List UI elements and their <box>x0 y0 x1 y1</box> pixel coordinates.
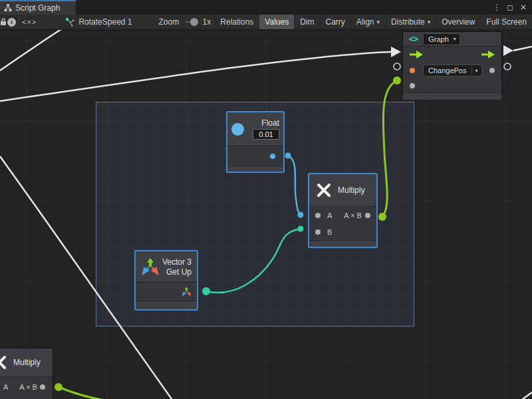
graph-unit-node[interactable]: <> Graph ▾ ChangePos ▾ <box>402 31 502 95</box>
float-node-footer <box>227 166 283 172</box>
vector3-output-port[interactable] <box>182 287 192 297</box>
flow-arrowhead-in <box>391 47 401 57</box>
chevron-down-icon: ▾ <box>471 66 481 75</box>
flow-output-port[interactable] <box>481 51 495 59</box>
graph-reference-breadcrumb[interactable]: RotateSpeed 1 <box>60 15 137 29</box>
multiply2-node[interactable]: Multiply A A × B <box>0 348 53 399</box>
multiply-output-port[interactable] <box>365 213 370 218</box>
values-label: Values <box>265 17 289 27</box>
distribute-label: Distribute <box>391 17 425 27</box>
code-view-button[interactable]: <×> <box>17 15 43 29</box>
graph-reference-label: RotateSpeed 1 <box>78 17 132 27</box>
multiply-input-b-label: B <box>327 228 332 236</box>
lock-button[interactable] <box>0 15 7 29</box>
zoom-slider[interactable] <box>186 21 194 23</box>
float-node-title: Float <box>261 118 279 128</box>
code-icon: <×> <box>22 18 37 26</box>
align-dropdown[interactable]: Align▾ <box>351 15 386 29</box>
relations-button[interactable]: Relations <box>215 15 259 29</box>
window-controls: ⋮ ◻ ✕ <box>492 0 532 15</box>
float-icon <box>231 123 244 136</box>
hollow-port-right[interactable] <box>504 63 511 70</box>
result-wire-bottom[interactable] <box>59 387 105 399</box>
multiply2-output-label: A × B <box>19 383 37 391</box>
flow-arrowhead-out <box>503 45 513 56</box>
maximize-icon[interactable]: ◻ <box>505 3 515 12</box>
fullscreen-button[interactable]: Full Screen <box>481 15 532 29</box>
multiply-input-b-port[interactable] <box>315 229 321 235</box>
overview-label: Overview <box>442 17 475 27</box>
vector3-node-subtitle: Get Up <box>166 267 192 277</box>
float-value-input[interactable]: 0.01 <box>253 129 279 140</box>
graph-output-port[interactable] <box>489 68 495 73</box>
graph-toolbar: i <×> RotateSpeed 1 Zoom 1x Relations Va… <box>0 15 532 30</box>
fullscreen-label: Full Screen <box>486 17 527 27</box>
multiply-icon <box>316 182 332 198</box>
tab-script-graph[interactable]: Script Graph <box>0 0 76 15</box>
distribute-dropdown[interactable]: Distribute▾ <box>386 15 436 29</box>
zoom-label: Zoom <box>154 15 185 29</box>
flow-wire-topleft[interactable] <box>0 30 61 70</box>
multiply-input-a-label: A <box>327 211 332 219</box>
graph-title-dropdown[interactable]: Graph ▾ <box>423 33 460 45</box>
unity-script-graph-window: Script Graph ⋮ ◻ ✕ i <×> <box>0 0 532 399</box>
lock-icon <box>0 18 7 26</box>
tab-title: Script Graph <box>15 3 60 13</box>
float-output-port[interactable] <box>270 154 275 159</box>
chevron-down-icon: ▾ <box>377 19 380 25</box>
graph-extra-port[interactable] <box>410 83 415 88</box>
flow-wire-right[interactable] <box>513 47 532 51</box>
values-button[interactable]: Values <box>259 15 295 29</box>
result-wire-end-dot <box>393 76 401 84</box>
float-node[interactable]: Float 0.01 <box>226 111 285 173</box>
graph-node-footer <box>403 92 501 100</box>
chevron-down-icon: ▾ <box>428 19 431 25</box>
flow-wire-left[interactable] <box>0 52 391 101</box>
hollow-port-left[interactable] <box>394 63 400 70</box>
changepos-input-port[interactable] <box>410 68 415 73</box>
vector3-node-footer <box>136 301 197 309</box>
result-wire-bottom-dot <box>55 383 63 391</box>
vector3-getup-node[interactable]: Vector 3 Get Up <box>134 250 198 311</box>
graph-node-icon <box>65 17 74 27</box>
multiply-node[interactable]: Multiply A A × B B <box>308 173 378 248</box>
flow-wire-corner[interactable] <box>523 392 532 399</box>
multiply-input-a-port[interactable] <box>315 213 321 218</box>
changepos-dropdown[interactable]: ChangePos ▾ <box>423 65 482 76</box>
changepos-value: ChangePos <box>424 65 471 76</box>
close-icon[interactable]: ✕ <box>519 3 528 12</box>
graph-canvas[interactable]: Float 0.01 Multiply A A × B <box>0 30 532 399</box>
info-icon: i <box>7 18 16 27</box>
graph-brackets-icon: <> <box>409 34 418 44</box>
multiply-icon <box>0 354 7 370</box>
align-label: Align <box>356 17 374 27</box>
carry-button[interactable]: Carry <box>321 15 351 29</box>
hierarchy-icon <box>4 4 12 12</box>
multiply2-output-port[interactable] <box>40 384 45 390</box>
graph-title: Graph <box>424 34 454 45</box>
multiply2-input-a-label: A <box>3 383 8 391</box>
dim-label: Dim <box>300 17 314 27</box>
flow-input-port[interactable] <box>410 51 423 59</box>
multiply-node-footer <box>309 240 376 247</box>
carry-label: Carry <box>326 17 345 27</box>
dim-button[interactable]: Dim <box>295 15 320 29</box>
info-button[interactable]: i <box>7 15 17 29</box>
multiply2-node-title: Multiply <box>13 358 41 367</box>
window-menu-icon[interactable]: ⋮ <box>492 3 501 12</box>
multiply-node-title: Multiply <box>338 186 365 195</box>
relations-label: Relations <box>220 17 253 27</box>
zoom-level: 1x <box>196 15 215 29</box>
multiply-output-label: A × B <box>344 211 362 219</box>
tab-bar: Script Graph ⋮ ◻ ✕ <box>0 0 532 15</box>
vector3-node-title: Vector 3 <box>162 257 192 267</box>
overview-button[interactable]: Overview <box>436 15 481 29</box>
vector3-icon <box>141 257 160 276</box>
chevron-down-icon: ▾ <box>454 35 460 43</box>
